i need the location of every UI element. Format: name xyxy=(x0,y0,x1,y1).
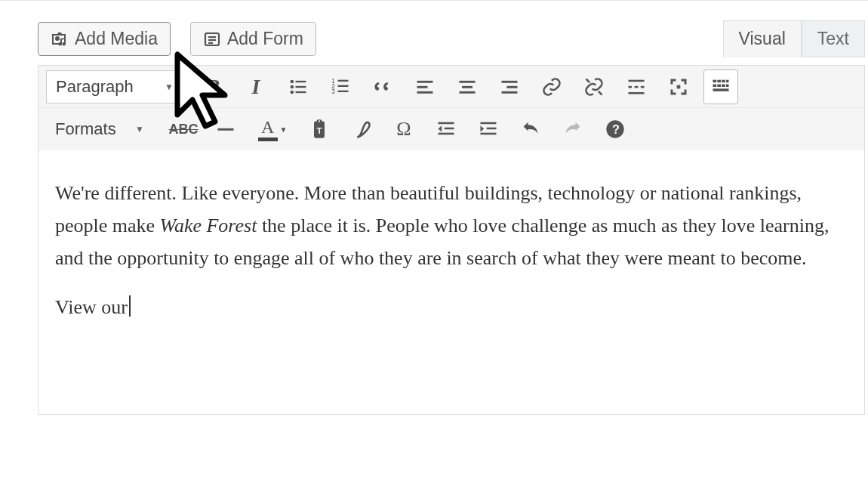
svg-rect-7 xyxy=(296,85,306,87)
svg-rect-22 xyxy=(502,80,518,82)
svg-rect-39 xyxy=(722,84,725,87)
tab-visual[interactable]: Visual xyxy=(723,20,802,57)
align-center-button[interactable] xyxy=(450,70,485,104)
svg-rect-36 xyxy=(726,79,729,82)
svg-rect-37 xyxy=(713,84,717,87)
editor-toolbar: Paragraph B I 123 xyxy=(38,65,865,150)
svg-rect-19 xyxy=(460,80,476,82)
toolbar-toggle-button[interactable] xyxy=(703,70,738,104)
toolbar-row-1: Paragraph B I 123 xyxy=(38,66,864,108)
camera-music-icon xyxy=(51,30,69,48)
svg-rect-44 xyxy=(439,122,454,125)
svg-rect-27 xyxy=(629,79,645,82)
svg-rect-9 xyxy=(296,91,306,92)
redo-button[interactable] xyxy=(556,112,590,147)
svg-text:?: ? xyxy=(612,122,620,136)
toolbar-row-2: Formats ABC A ▼ T Ω xyxy=(38,108,864,150)
svg-rect-29 xyxy=(635,85,639,88)
svg-rect-31 xyxy=(629,92,645,94)
svg-text:T: T xyxy=(317,125,322,135)
indent-button[interactable] xyxy=(471,112,506,147)
link-button[interactable] xyxy=(534,70,569,104)
svg-rect-15 xyxy=(338,90,349,91)
horizontal-rule-button[interactable] xyxy=(208,112,243,147)
special-character-button[interactable]: Ω xyxy=(386,112,421,147)
content-paragraph-1: We're different. Like everyone. More tha… xyxy=(55,178,848,275)
svg-rect-35 xyxy=(722,79,725,82)
tab-text[interactable]: Text xyxy=(802,20,865,57)
add-form-button[interactable]: Add Form xyxy=(190,22,316,56)
align-left-button[interactable] xyxy=(408,70,442,104)
svg-point-6 xyxy=(291,85,294,88)
svg-rect-41 xyxy=(713,88,729,91)
paste-text-button[interactable]: T xyxy=(302,112,337,147)
read-more-button[interactable] xyxy=(619,70,654,104)
paragraph-dropdown[interactable]: Paragraph xyxy=(46,70,182,104)
align-right-button[interactable] xyxy=(492,70,527,104)
help-button[interactable]: ? xyxy=(598,112,633,147)
add-media-button[interactable]: Add Media xyxy=(38,22,171,56)
svg-rect-32 xyxy=(677,85,681,88)
numbered-list-button[interactable]: 123 xyxy=(323,70,358,104)
svg-rect-47 xyxy=(481,122,497,125)
editor-top-row: Add Media Add Form Visual Text xyxy=(38,20,865,57)
editor-mode-tabs: Visual Text xyxy=(723,20,865,57)
svg-rect-20 xyxy=(462,85,472,88)
svg-rect-46 xyxy=(439,133,454,135)
svg-rect-30 xyxy=(641,85,645,88)
formats-dropdown[interactable]: Formats xyxy=(46,113,152,145)
svg-rect-11 xyxy=(338,79,349,81)
blockquote-button[interactable] xyxy=(365,70,400,104)
svg-rect-21 xyxy=(460,91,476,93)
svg-rect-42 xyxy=(218,128,234,131)
svg-rect-48 xyxy=(487,128,497,130)
svg-rect-40 xyxy=(726,84,729,87)
svg-rect-49 xyxy=(481,133,497,135)
editor-content-area[interactable]: We're different. Like everyone. More tha… xyxy=(38,150,865,415)
svg-rect-33 xyxy=(713,79,717,82)
unlink-button[interactable] xyxy=(577,70,611,104)
clear-formatting-button[interactable] xyxy=(344,112,379,147)
bold-button[interactable]: B xyxy=(196,70,231,104)
svg-rect-16 xyxy=(417,80,433,82)
svg-point-8 xyxy=(291,90,294,94)
svg-line-25 xyxy=(586,79,590,82)
svg-line-26 xyxy=(599,91,602,94)
add-form-label: Add Form xyxy=(227,29,303,49)
svg-rect-18 xyxy=(417,91,433,93)
bulleted-list-button[interactable] xyxy=(281,70,315,104)
svg-rect-17 xyxy=(417,85,428,88)
svg-rect-28 xyxy=(629,85,633,88)
svg-rect-45 xyxy=(445,128,454,130)
undo-button[interactable] xyxy=(513,112,548,147)
text-caret xyxy=(129,295,131,317)
svg-rect-23 xyxy=(507,85,518,88)
fullscreen-button[interactable] xyxy=(661,70,696,104)
strikethrough-button[interactable]: ABC xyxy=(166,112,201,147)
add-media-label: Add Media xyxy=(75,29,158,49)
svg-rect-24 xyxy=(502,91,518,93)
form-icon xyxy=(203,30,221,48)
outdent-button[interactable] xyxy=(429,112,463,147)
text-color-button[interactable]: A ▼ xyxy=(251,112,294,147)
svg-rect-34 xyxy=(717,79,721,82)
svg-rect-13 xyxy=(338,85,349,86)
content-paragraph-2: View our xyxy=(55,292,848,324)
italic-button[interactable]: I xyxy=(239,70,273,104)
svg-point-4 xyxy=(291,79,294,83)
svg-text:3: 3 xyxy=(331,88,335,95)
svg-rect-38 xyxy=(717,84,721,87)
svg-rect-5 xyxy=(296,80,306,82)
